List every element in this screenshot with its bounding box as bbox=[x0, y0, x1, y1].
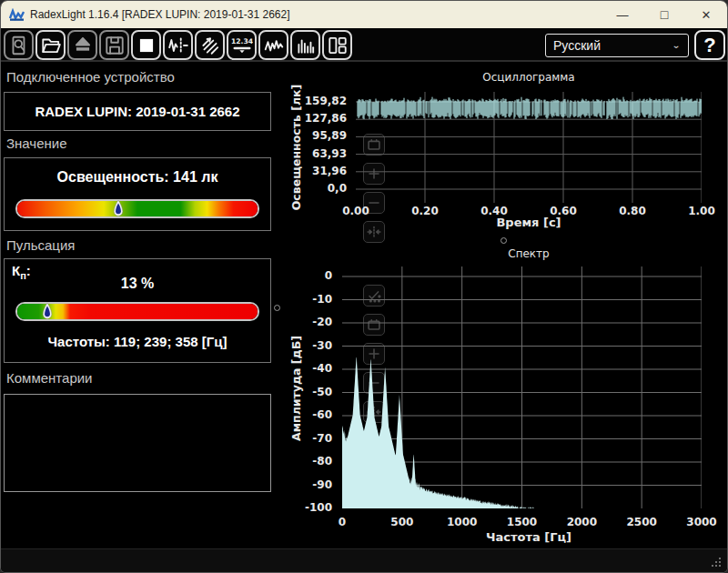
oscillogram-xtick: 0.80 bbox=[605, 205, 660, 217]
oscillogram-ytick: 63,93 bbox=[283, 147, 347, 160]
oscillogram-title: Осциллограмма bbox=[392, 71, 665, 84]
spectrum-ytick: -70 bbox=[283, 432, 332, 445]
close-button[interactable]: ✕ bbox=[685, 1, 727, 28]
layout-button[interactable] bbox=[322, 30, 352, 60]
spectrum-plot bbox=[342, 266, 702, 510]
pulsation-view-button[interactable] bbox=[195, 30, 225, 60]
oscillogram-ytick: 95,89 bbox=[283, 129, 347, 142]
oscillogram-icon bbox=[263, 35, 285, 56]
title-bar: RadexLight 1.16.4 [RADEX LUPIN: 2019-01-… bbox=[1, 1, 727, 28]
spectrum-ytick: -10 bbox=[283, 293, 332, 306]
window-title: RadexLight 1.16.4 [RADEX LUPIN: 2019-01-… bbox=[30, 8, 290, 21]
oscillogram-xtick: 1.00 bbox=[674, 205, 728, 217]
spectrum-ytick: -40 bbox=[283, 362, 332, 375]
maximize-button[interactable]: □ bbox=[643, 1, 685, 28]
spectrum-xtick: 500 bbox=[375, 516, 430, 528]
frequencies-value: Частоты: 119; 239; 358 [Гц] bbox=[5, 334, 270, 349]
stop-icon bbox=[136, 35, 157, 56]
pulsation-box: Кп: 13 % Частоты: 119; 239; 358 [Гц] bbox=[4, 258, 271, 363]
device-box: RADEX LUPIN: 2019-01-31 2662 bbox=[4, 92, 271, 131]
measurement-panel: Подключенное устройство RADEX LUPIN: 201… bbox=[4, 63, 272, 551]
spectrum-xtick: 2500 bbox=[614, 516, 669, 528]
chevron-down-icon: ⌄ bbox=[672, 40, 681, 50]
spectrum-ytick: 0 bbox=[283, 269, 332, 282]
kp-value: 13 % bbox=[5, 276, 270, 292]
comments-input[interactable] bbox=[4, 394, 271, 492]
spectrum-xtick: 1500 bbox=[495, 516, 550, 528]
spectrum-title: Спектр bbox=[392, 247, 665, 260]
spectrum-ytick: -50 bbox=[283, 386, 332, 398]
value-section-header: Значение bbox=[6, 136, 67, 151]
eject-icon bbox=[72, 35, 94, 56]
pulsation-icon bbox=[199, 35, 221, 56]
signal-settings-button[interactable] bbox=[163, 30, 193, 60]
app-icon bbox=[9, 8, 25, 22]
layout-icon bbox=[327, 35, 349, 56]
spectrum-icon bbox=[295, 35, 317, 56]
oscillogram-xtick: 0.00 bbox=[329, 205, 383, 217]
spectrum-ytick: -30 bbox=[283, 339, 332, 352]
spectrum-xtick: 1000 bbox=[435, 516, 490, 528]
spectrum-ytick: -20 bbox=[283, 316, 332, 328]
oscillogram-ytick: 159,82 bbox=[283, 95, 347, 107]
oscillogram-plot bbox=[356, 92, 702, 203]
svg-text:12.34: 12.34 bbox=[231, 37, 253, 45]
save-icon bbox=[104, 35, 126, 56]
oscillogram-chart: Осциллограмма Освещенность [лк] Время [с… bbox=[283, 68, 727, 245]
oscillogram-ytick: 0,0 bbox=[283, 182, 347, 195]
save-button[interactable] bbox=[99, 30, 129, 60]
spectrum-ytick: -90 bbox=[283, 478, 332, 491]
resize-grip-icon[interactable] bbox=[710, 556, 723, 568]
stop-button[interactable] bbox=[131, 30, 161, 60]
pulsation-gradient bbox=[17, 304, 258, 319]
spectrum-xtick: 0 bbox=[315, 516, 369, 528]
illuminance-marker-icon bbox=[113, 199, 124, 219]
spectrum-xtick: 2000 bbox=[554, 516, 609, 528]
spectrum-ytick: -100 bbox=[283, 501, 332, 514]
spectrum-xlabel: Частота [Гц] bbox=[392, 530, 665, 544]
oscillogram-ytick: 31,96 bbox=[283, 165, 347, 177]
spectrum-ytick: -80 bbox=[283, 455, 332, 467]
oscillogram-xtick: 0.40 bbox=[467, 205, 521, 217]
oscillogram-xtick: 0.20 bbox=[398, 205, 452, 217]
fit-horizontal-ghost-button[interactable] bbox=[363, 221, 385, 243]
language-value: Русский bbox=[553, 38, 601, 53]
open-file-button[interactable] bbox=[35, 30, 66, 60]
spectrum-view-button[interactable] bbox=[290, 30, 320, 60]
horizontal-splitter-handle[interactable] bbox=[500, 237, 507, 244]
app-window: RadexLight 1.16.4 [RADEX LUPIN: 2019-01-… bbox=[0, 0, 728, 573]
pulsation-scale-bar bbox=[15, 302, 259, 321]
device-name: RADEX LUPIN: 2019-01-31 2662 bbox=[5, 104, 270, 119]
oscillogram-xlabel: Время [с] bbox=[392, 216, 665, 229]
help-button[interactable]: ? bbox=[694, 30, 725, 60]
oscillogram-view-button[interactable] bbox=[258, 30, 288, 60]
signal-markers-icon bbox=[167, 35, 189, 56]
oscillogram-ytick: 127,86 bbox=[283, 112, 347, 125]
folder-open-icon bbox=[40, 35, 62, 56]
pulsation-section-header: Пульсация bbox=[6, 237, 75, 253]
status-bar bbox=[1, 548, 727, 572]
language-select[interactable]: Русский ⌄ bbox=[545, 34, 689, 57]
illuminance-reading: Освещенность: 141 лк bbox=[5, 169, 270, 186]
pulsation-marker-icon bbox=[42, 302, 53, 322]
illuminance-scale-bar bbox=[15, 199, 259, 218]
comments-section-header: Комментарии bbox=[6, 370, 92, 386]
device-section-header: Подключенное устройство bbox=[6, 69, 175, 85]
toolbar: 12.34 Русский ⌄ ? bbox=[1, 28, 727, 62]
magnifier-icon bbox=[8, 35, 30, 56]
preview-button[interactable] bbox=[4, 30, 34, 60]
illuminance-gradient bbox=[17, 201, 258, 216]
spectrum-chart: Спектр Амплитуда [дБ] Частота [Гц] 0-10-… bbox=[283, 245, 727, 550]
vertical-splitter-handle[interactable] bbox=[274, 305, 280, 311]
spectrum-ytick: -60 bbox=[283, 408, 332, 421]
eject-button[interactable] bbox=[67, 30, 97, 60]
spectrum-xtick: 3000 bbox=[674, 516, 728, 528]
digital-display-icon: 12.34 bbox=[231, 35, 253, 56]
oscillogram-xtick: 0.60 bbox=[536, 205, 591, 217]
fit-horizontal-icon bbox=[365, 223, 383, 241]
value-box: Освещенность: 141 лк bbox=[4, 157, 271, 231]
minimize-button[interactable]: — bbox=[602, 1, 643, 28]
digital-view-button[interactable]: 12.34 bbox=[227, 30, 257, 60]
